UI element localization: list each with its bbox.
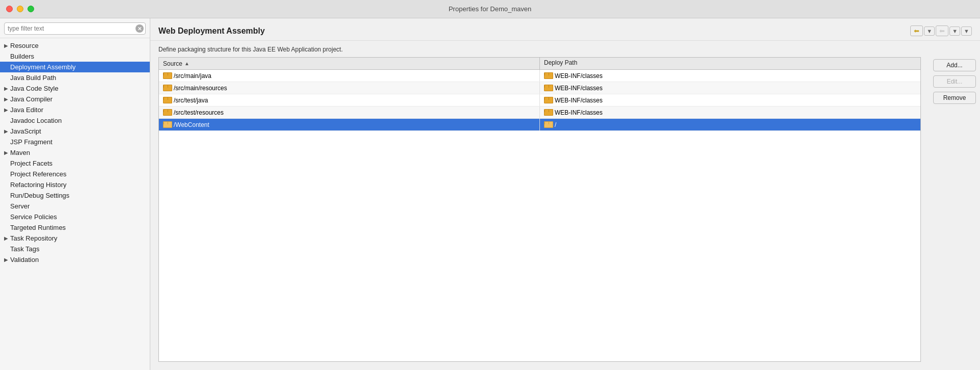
sidebar-item-label: Project Facets xyxy=(10,160,52,167)
sidebar-item-run-debug-settings[interactable]: Run/Debug Settings xyxy=(0,190,150,201)
sidebar-item-java-code-style[interactable]: ▶Java Code Style xyxy=(0,83,150,94)
edit-button[interactable]: Edit... xyxy=(933,75,976,88)
left-panel: ✕ ▶ResourceBuildersDeployment AssemblyJa… xyxy=(0,18,150,370)
cell-deploy: WEB-INF/classes xyxy=(540,107,920,118)
expand-arrow-icon: ▶ xyxy=(4,96,8,102)
sidebar-item-refactoring-history[interactable]: Refactoring History xyxy=(0,179,150,190)
folder-icon xyxy=(544,72,552,79)
sidebar-item-label: Task Repository xyxy=(10,234,57,242)
nav-back-dropdown[interactable]: ▼ xyxy=(924,27,935,36)
close-button[interactable] xyxy=(6,6,13,12)
main-layout: ✕ ▶ResourceBuildersDeployment AssemblyJa… xyxy=(0,18,980,370)
sidebar-item-label: Java Compiler xyxy=(10,95,52,103)
window-title: Properties for Demo_maven xyxy=(449,5,532,13)
table-row[interactable]: /src/main/resourcesWEB-INF/classes xyxy=(159,82,920,94)
table-row[interactable]: /src/main/javaWEB-INF/classes xyxy=(159,70,920,82)
folder-icon xyxy=(163,72,171,79)
cell-source: /src/test/java xyxy=(159,94,540,106)
filter-input[interactable] xyxy=(4,22,146,35)
sidebar-item-targeted-runtimes[interactable]: Targeted Runtimes xyxy=(0,222,150,233)
nav-back-button[interactable]: ⬅ xyxy=(910,25,923,36)
sidebar-item-label: Maven xyxy=(10,149,30,156)
sidebar-item-resource[interactable]: ▶Resource xyxy=(0,40,150,51)
table-row[interactable]: /src/test/resourcesWEB-INF/classes xyxy=(159,107,920,119)
sidebar-item-task-tags[interactable]: Task Tags xyxy=(0,244,150,254)
table-header: Source ▲ Deploy Path xyxy=(159,58,920,70)
cell-source: /src/main/java xyxy=(159,70,540,82)
cell-source: /WebContent xyxy=(159,119,540,130)
sidebar-item-task-repository[interactable]: ▶Task Repository xyxy=(0,233,150,244)
right-panel: Web Deployment Assembly ⬅ ▼ ⬅ ▼ ▼ Define… xyxy=(150,18,980,370)
header-actions: ⬅ ▼ ⬅ ▼ ▼ xyxy=(910,25,972,36)
window-controls xyxy=(6,6,34,12)
sidebar-item-label: Javadoc Location xyxy=(10,117,62,124)
sidebar-item-builders[interactable]: Builders xyxy=(0,51,150,62)
expand-arrow-icon: ▶ xyxy=(4,235,8,241)
folder-icon xyxy=(163,121,171,128)
folder-icon xyxy=(163,97,171,103)
nav-forward-button[interactable]: ⬅ xyxy=(936,25,948,36)
table-body: /src/main/javaWEB-INF/classes/src/main/r… xyxy=(159,70,920,361)
deploy-path: WEB-INF/classes xyxy=(555,109,603,116)
sidebar-item-java-build-path[interactable]: Java Build Path xyxy=(0,72,150,83)
source-path: /src/main/resources xyxy=(174,85,227,92)
folder-icon xyxy=(544,121,552,128)
col-source-label: Source xyxy=(163,60,182,67)
sidebar-item-label: JavaScript xyxy=(10,127,41,135)
sidebar-item-label: Project References xyxy=(10,170,67,178)
sidebar-item-project-references[interactable]: Project References xyxy=(0,169,150,179)
expand-arrow-icon: ▶ xyxy=(4,107,8,113)
nav-forward-dropdown[interactable]: ▼ xyxy=(949,27,960,36)
table-row[interactable]: /WebContent/ xyxy=(159,119,920,131)
description-text: Define packaging structure for this Java… xyxy=(150,41,980,57)
sidebar-item-label: JSP Fragment xyxy=(10,138,52,146)
source-path: /src/test/resources xyxy=(174,109,224,116)
sidebar-item-label: Java Code Style xyxy=(10,85,59,92)
minimize-button[interactable] xyxy=(17,6,23,12)
sidebar-item-label: Server xyxy=(10,202,30,210)
filter-clear-button[interactable]: ✕ xyxy=(135,24,144,33)
deploy-path: WEB-INF/classes xyxy=(555,97,603,104)
col-source-header[interactable]: Source ▲ xyxy=(159,58,540,69)
expand-arrow-icon: ▶ xyxy=(4,43,8,48)
col-deploy-header: Deploy Path xyxy=(540,58,920,69)
panel-menu-button[interactable]: ▼ xyxy=(961,27,972,36)
source-path: /WebContent xyxy=(174,121,209,128)
folder-icon xyxy=(544,85,552,91)
sidebar-item-maven[interactable]: ▶Maven xyxy=(0,147,150,158)
title-bar: Properties for Demo_maven xyxy=(0,0,980,18)
cell-source: /src/test/resources xyxy=(159,107,540,118)
table-row[interactable]: /src/test/javaWEB-INF/classes xyxy=(159,94,920,107)
sidebar-item-project-facets[interactable]: Project Facets xyxy=(0,158,150,169)
folder-icon xyxy=(544,97,552,103)
folder-icon xyxy=(163,109,171,116)
expand-arrow-icon: ▶ xyxy=(4,150,8,155)
add-button[interactable]: Add... xyxy=(933,59,976,71)
cell-deploy: / xyxy=(540,119,920,130)
sidebar-item-javadoc-location[interactable]: Javadoc Location xyxy=(0,115,150,126)
cell-source: /src/main/resources xyxy=(159,82,540,94)
remove-button[interactable]: Remove xyxy=(933,92,976,104)
source-path: /src/test/java xyxy=(174,97,208,104)
sidebar-item-label: Validation xyxy=(10,256,39,263)
panel-header: Web Deployment Assembly ⬅ ▼ ⬅ ▼ ▼ xyxy=(150,18,980,41)
sidebar-item-label: Deployment Assembly xyxy=(10,63,76,71)
sort-arrow-icon: ▲ xyxy=(184,61,189,66)
sidebar-item-server[interactable]: Server xyxy=(0,201,150,212)
deploy-path: WEB-INF/classes xyxy=(555,85,603,92)
sidebar-item-label: Run/Debug Settings xyxy=(10,192,69,199)
cell-deploy: WEB-INF/classes xyxy=(540,70,920,82)
buttons-wrapper: Add... Edit... Remove xyxy=(929,57,980,370)
sidebar-item-label: Builders xyxy=(10,52,34,60)
sidebar-item-validation[interactable]: ▶Validation xyxy=(0,254,150,265)
sidebar-item-service-policies[interactable]: Service Policies xyxy=(0,212,150,222)
sidebar-item-java-compiler[interactable]: ▶Java Compiler xyxy=(0,94,150,104)
filter-box: ✕ xyxy=(0,18,150,38)
sidebar-item-javascript[interactable]: ▶JavaScript xyxy=(0,126,150,137)
sidebar-item-jsp-fragment[interactable]: JSP Fragment xyxy=(0,137,150,147)
sidebar-item-label: Service Policies xyxy=(10,213,57,221)
sidebar-item-label: Task Tags xyxy=(10,245,40,253)
sidebar-item-deployment-assembly[interactable]: Deployment Assembly xyxy=(0,62,150,72)
maximize-button[interactable] xyxy=(28,6,34,12)
sidebar-item-java-editor[interactable]: ▶Java Editor xyxy=(0,104,150,115)
